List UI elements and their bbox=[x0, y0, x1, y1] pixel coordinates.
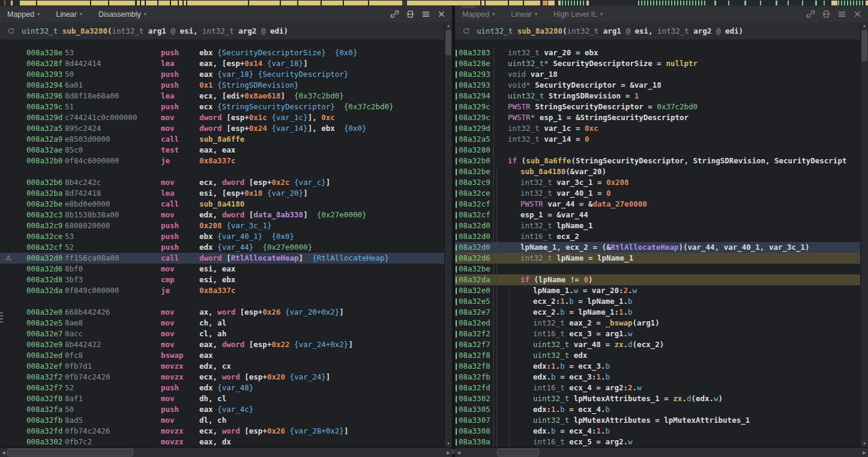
disasm-line[interactable]: 008a32a9e8503d0000callsub_8a6ffe bbox=[0, 134, 444, 145]
hlil-line[interactable]: 08a32be bbox=[455, 264, 860, 274]
disasm-line[interactable]: 008a32da0f849c000000je0x8a337c bbox=[0, 285, 444, 296]
disasm-line[interactable]: 008a32946a01push0x1 {StringSDRevision} bbox=[0, 80, 444, 91]
hlil-line[interactable]: 08a32d6int32_t lpName = lpName_1 bbox=[455, 253, 860, 264]
link-icon[interactable] bbox=[390, 10, 399, 19]
disasm-line[interactable]: 008a32bee8bd0e0000callsub_8a4180 bbox=[0, 199, 444, 210]
hlil-line[interactable]: 08a32cfPWSTR var_44 = &data_27e0000 bbox=[455, 199, 860, 210]
scroll-left-button[interactable]: ◀ bbox=[0, 448, 7, 457]
disasm-line[interactable]: 008a32d68bf0movesi, eax bbox=[0, 264, 444, 274]
sidebar-handle[interactable] bbox=[0, 310, 3, 322]
hlil-line[interactable]: 08a3280 bbox=[455, 145, 860, 156]
disasm-line[interactable]: 008a32f752pushedx {var_48} bbox=[0, 383, 444, 393]
disasm-line[interactable]: 008a32968d8f18e68a00leaecx, [edi+0x8ae61… bbox=[0, 91, 444, 101]
right-vertical-scrollbar[interactable]: ▲ ▼ bbox=[860, 22, 868, 447]
close-icon[interactable] bbox=[853, 10, 862, 19]
disasm-line[interactable]: 008a32e0668b442426movax, word [esp+0x26 … bbox=[0, 307, 444, 318]
hlil-line[interactable]: 08a32cfesp_1 = &var_44 bbox=[455, 210, 860, 220]
disasm-line[interactable]: 008a32b68b4c242cmovecx, dword [esp+0x2c … bbox=[0, 177, 444, 188]
hlil-line[interactable]: 08a32f7uint32_t var_48 = zx.d(ecx_2) bbox=[455, 339, 860, 350]
disasm-line[interactable]: 008a32c38b1538b38a00movedx, dword [data_… bbox=[0, 210, 444, 220]
view-option-dropdown-mapped[interactable]: Mapped▾ bbox=[7, 10, 40, 19]
hlil-line[interactable]: 08a330aint16_t ecx_5 = arg2.w bbox=[455, 437, 860, 447]
disasm-line[interactable]: 008a32d83bf3cmpesi, ebx bbox=[0, 274, 444, 285]
hlil-line[interactable]: 08a3283int32_t var_20 = ebx bbox=[455, 47, 860, 58]
hlil-line[interactable]: 08a3302uint32_t lpMutexAttributes_1 = zx… bbox=[455, 393, 860, 404]
hlil-line[interactable]: 08a3307uint32_t lpMutexAttributes = lpMu… bbox=[455, 415, 860, 426]
hlil-line[interactable]: 08a32c9int32_t var_3c_1 = 0x208 bbox=[455, 177, 860, 188]
hlil-line[interactable]: 08a32edint32_t eax_2 = _bswap(arg1) bbox=[455, 318, 860, 328]
scroll-right-button[interactable]: ▶ bbox=[861, 448, 868, 457]
scroll-down-button[interactable]: ▼ bbox=[445, 440, 452, 447]
hlil-line[interactable]: 08a32f2int16_t ecx_3 = arg1.w bbox=[455, 328, 860, 339]
view-option-dropdown-mapped[interactable]: Mapped▾ bbox=[462, 10, 495, 19]
hlil-line[interactable]: 08a329cPWSTR StringSecurityDescriptor = … bbox=[455, 101, 860, 112]
hlil-line[interactable]: 08a32f8edx:1.b = ecx_3.b bbox=[455, 361, 860, 372]
refresh-icon[interactable] bbox=[462, 27, 470, 35]
disasm-line[interactable]: 008a32a5895c2424movdword [esp+0x24 {var_… bbox=[0, 123, 444, 134]
disasm-line[interactable]: 008a329350pusheax {var_18} {SecurityDesc… bbox=[0, 69, 444, 80]
disasm-line[interactable]: 008a32f88af1movdh, cl bbox=[0, 393, 444, 404]
function-signature[interactable]: uint32_t sub_8a3280(int32_t arg1 @ esi, … bbox=[0, 22, 444, 40]
disasm-line[interactable]: 008a32ed0fc8bswapeax bbox=[0, 350, 444, 361]
disasm-line[interactable]: 008a329c51pushecx {StringSecurityDescrip… bbox=[0, 101, 444, 112]
hlil-line[interactable]: 08a32ceint32_t var_40_1 = 0 bbox=[455, 188, 860, 199]
hlil-line[interactable]: 08a3294uint32_t StringSDRevision = 1 bbox=[455, 91, 860, 101]
disasm-line[interactable] bbox=[0, 296, 444, 307]
hlil-line[interactable]: 08a32daif (lpName != 0) bbox=[455, 274, 860, 285]
hlil-line[interactable]: 08a329dint32_t var_1c = 0xc bbox=[455, 123, 860, 134]
scroll-down-button[interactable]: ▼ bbox=[861, 440, 868, 447]
disasm-line[interactable]: 008a329dc744241c0c000000movdword [esp+0x… bbox=[0, 112, 444, 123]
hlil-line[interactable]: 08a3305edx:1.b = ecx_4.b bbox=[455, 404, 860, 415]
hlil-line[interactable]: 08a32e7ecx_2.b = lpName_1:1.b bbox=[455, 307, 860, 318]
right-horizontal-scrollbar[interactable]: ◀ ▶ bbox=[455, 448, 868, 457]
hlil-line[interactable]: 08a32d0lpName_1, ecx_2 = (&RtlAllocateHe… bbox=[455, 242, 860, 253]
disasm-line[interactable]: 008a32c96808020000push0x208 {var_3c_1} bbox=[0, 220, 444, 231]
scrollbar-thumb[interactable] bbox=[861, 30, 867, 61]
disasm-line[interactable]: ⚠008a32d0ff156ca08a00calldword [RtlAlloc… bbox=[0, 253, 444, 264]
disasm-line[interactable]: 008a32e98b442422moveax, dword [esp+0x22 … bbox=[0, 339, 444, 350]
split-pane-icon[interactable] bbox=[406, 10, 415, 19]
disasm-line[interactable]: 008a328f8d442414leaeax, [esp+0x14 {var_1… bbox=[0, 58, 444, 69]
menu-icon[interactable] bbox=[421, 10, 430, 19]
scrollbar-thumb[interactable] bbox=[445, 30, 451, 55]
disasm-line[interactable]: 008a32e78accmovcl, ah bbox=[0, 328, 444, 339]
disasm-line[interactable]: 008a32fd0fb74c2426movzxecx, word [esp+0x… bbox=[0, 426, 444, 437]
left-vertical-scrollbar[interactable]: ▲ ▼ bbox=[444, 22, 452, 447]
hlil-line[interactable]: 08a32fdint16_t ecx_4 = arg2:2.w bbox=[455, 383, 860, 393]
hlil-line[interactable]: 08a328euint32_t* SecurityDescriptorSize … bbox=[455, 58, 860, 69]
function-signature[interactable]: uint32_t sub_8a3280(int32_t arg1 @ esi, … bbox=[455, 22, 860, 40]
hlil-line[interactable]: 08a32a5int32_t var_14 = 0 bbox=[455, 134, 860, 145]
disasm-line[interactable]: 008a32ae85c0testeax, eax bbox=[0, 145, 444, 156]
disasm-line[interactable]: 008a32ce53pushebx {var_40_1} {0x0} bbox=[0, 231, 444, 242]
disasm-line[interactable] bbox=[0, 166, 444, 177]
hlil-line[interactable]: 08a3308edx.b = ecx_4:1.b bbox=[455, 426, 860, 437]
hlil-line[interactable]: 08a32besub_8a4180(&var_20) bbox=[455, 166, 860, 177]
disasm-line[interactable]: 008a32fa50pusheax {var_4c} bbox=[0, 404, 444, 415]
disasm-line[interactable]: 008a32b00f84c6000000je0x8a337c bbox=[0, 156, 444, 166]
hlil-line[interactable]: 08a3293void var_18 bbox=[455, 69, 860, 80]
hlil-line[interactable]: 08a32d0int16_t ecx_2 bbox=[455, 231, 860, 242]
link-icon[interactable] bbox=[806, 10, 815, 19]
scroll-up-button[interactable]: ▲ bbox=[861, 22, 868, 29]
split-pane-icon[interactable] bbox=[822, 10, 831, 19]
feature-map[interactable] bbox=[0, 0, 868, 6]
hlil-line[interactable]: 08a32e0lpName_1.w = var_20:2.w bbox=[455, 285, 860, 296]
scrollbar-thumb[interactable] bbox=[7, 449, 133, 456]
hlil-line[interactable]: 08a329cPWSTR* esp_1 = &StringSecurityDes… bbox=[455, 112, 860, 123]
hlil-line[interactable]: 08a32b0if (sub_8a6ffe(StringSecurityDesc… bbox=[455, 156, 860, 166]
hlil-line[interactable]: 08a3293void* SecurityDescriptor = &var_1… bbox=[455, 80, 860, 91]
hlil-line[interactable]: 08a32f8uint32_t edx bbox=[455, 350, 860, 361]
disasm-line[interactable]: 008a32e58ae8movch, al bbox=[0, 318, 444, 328]
view-option-dropdown-linear[interactable]: Linear▾ bbox=[56, 10, 82, 19]
scroll-left-button[interactable]: ◀ bbox=[455, 448, 462, 457]
disasm-line[interactable]: 008a328e53pushebx {SecurityDescriptorSiz… bbox=[0, 47, 444, 58]
disasm-line[interactable]: 008a32cf52pushedx {var_44} {0x27e0000} bbox=[0, 242, 444, 253]
view-option-dropdown-linear[interactable]: Linear▾ bbox=[511, 10, 537, 19]
view-option-dropdown-disassembly[interactable]: Disassembly▾ bbox=[98, 10, 146, 19]
scroll-up-button[interactable]: ▲ bbox=[445, 22, 452, 29]
hlil-line[interactable]: 08a32d0int32_t lpName_1 bbox=[455, 220, 860, 231]
refresh-icon[interactable] bbox=[7, 27, 15, 35]
disasm-line[interactable]: 008a32ba8d742418leaesi, [esp+0x18 {var_2… bbox=[0, 188, 444, 199]
left-horizontal-scrollbar[interactable]: ◀ ▶ bbox=[0, 448, 452, 457]
disasm-line[interactable]: 008a32fb8ad5movdl, ch bbox=[0, 415, 444, 426]
